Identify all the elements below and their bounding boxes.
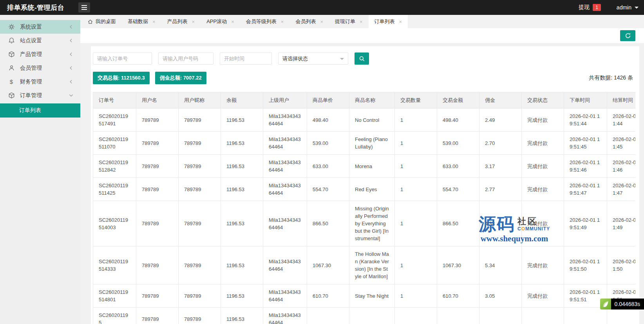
- table-cell: 2026-02-01 19:51:45: [564, 132, 607, 155]
- table-cell: 3.05: [479, 284, 522, 308]
- status-select[interactable]: 请选择状态: [278, 52, 348, 65]
- table-cell: [437, 308, 479, 324]
- sidebar-item-0[interactable]: 系统设置: [0, 20, 80, 34]
- chevron-left-icon: [68, 24, 74, 30]
- tab-0[interactable]: 我的桌面: [81, 15, 122, 28]
- table-cell: 789789: [136, 284, 179, 308]
- table-cell: 2026-02-01 19:51:49: [564, 201, 607, 246]
- tab-1[interactable]: 基础数据×: [122, 15, 161, 28]
- search-button[interactable]: [355, 52, 369, 65]
- trace-badge: 0.044683s: [600, 299, 644, 310]
- table-cell: 2026-02-01 19:51:47: [564, 178, 607, 201]
- table-cell: 1: [395, 132, 437, 155]
- tab-7[interactable]: 订单列表×: [369, 15, 408, 28]
- table-cell: 789789: [136, 308, 179, 324]
- column-header: 交易状态: [522, 92, 564, 109]
- hamburger-menu-icon[interactable]: [78, 2, 90, 13]
- sidebar-item-2[interactable]: 产品管理: [0, 47, 80, 61]
- table-cell: 2026-02-01 19:51:44: [607, 109, 636, 132]
- table-cell: [522, 308, 564, 324]
- tab-4[interactable]: 会员等级列表×: [240, 15, 290, 28]
- tab-3[interactable]: APP滚动×: [201, 15, 240, 28]
- top-bar: 排单系统-管理后台 提现 1 admin: [0, 0, 644, 15]
- column-header: 交易金额: [437, 92, 479, 109]
- tab-label: 提现订单: [335, 18, 355, 25]
- table-cell: 2026-02-01 19:51:50: [607, 246, 636, 284]
- chevron-left-icon: [68, 65, 74, 71]
- table-cell: Feeling (Piano Lullaby): [349, 132, 395, 155]
- thinkphp-leaf-icon[interactable]: [600, 299, 611, 310]
- leaf-icon: [602, 300, 610, 308]
- table-cell: 完成付款: [522, 155, 564, 178]
- column-header: 佣金: [479, 92, 522, 109]
- sidebar-item-3[interactable]: 会员管理: [0, 61, 80, 75]
- refresh-button[interactable]: [620, 30, 635, 41]
- table-row: SC260201195110707897897897891196.53Mila1…: [93, 132, 636, 155]
- sidebar-item-5[interactable]: 订单管理: [0, 89, 80, 102]
- main-area: 我的桌面基础数据×产品列表×APP滚动×会员等级列表×会员列表×提现订单×订单列…: [80, 15, 644, 324]
- table-row: SC260201195128427897897897891196.53Mila1…: [93, 155, 636, 178]
- column-header: 余额: [221, 92, 263, 109]
- table-row: SC260201195143337897897897891196.53Mila1…: [93, 246, 636, 284]
- table-cell: 2.70: [479, 132, 522, 155]
- bell-icon: [8, 37, 15, 44]
- column-header: 用户名: [136, 92, 179, 109]
- column-header: 上级用户: [263, 92, 307, 109]
- table-cell: Mila1343434364464: [263, 246, 307, 284]
- tab-label: APP滚动: [206, 18, 227, 25]
- tab-close-icon[interactable]: ×: [281, 19, 284, 24]
- column-header: 下单时间: [564, 92, 607, 109]
- table-cell: 2026-02-01 19:51:47: [607, 178, 636, 201]
- filter-row: 请选择状态: [93, 52, 635, 65]
- table-cell: 866.50: [437, 201, 479, 246]
- table-cell: 1196.53: [221, 246, 263, 284]
- tab-close-icon[interactable]: ×: [399, 19, 402, 24]
- table-cell: Mila1343434364464: [263, 109, 307, 132]
- status-select-value: 请选择状态: [282, 55, 308, 62]
- table-cell: SC26020119511425: [93, 178, 136, 201]
- column-header: 用户昵称: [179, 92, 221, 109]
- table-cell: 5.34: [479, 246, 522, 284]
- table-cell: 789789: [179, 201, 221, 246]
- user-no-input[interactable]: [158, 52, 213, 65]
- table-cell: 610.70: [307, 284, 349, 308]
- user-menu[interactable]: admin: [617, 4, 639, 11]
- tab-5[interactable]: 会员列表×: [289, 15, 329, 28]
- tab-2[interactable]: 产品列表×: [161, 15, 201, 28]
- tab-6[interactable]: 提现订单×: [329, 15, 369, 28]
- table-cell: 1: [395, 246, 437, 284]
- tab-close-icon[interactable]: ×: [152, 19, 156, 24]
- sidebar-subitem-order-list[interactable]: 订单列表: [0, 103, 80, 118]
- table-cell: 866.50: [307, 201, 349, 246]
- table-cell: 789789: [179, 284, 221, 308]
- table-row: SC260201195174917897897897891196.53Mila1…: [93, 109, 636, 132]
- table-cell: 完成付款: [522, 201, 564, 246]
- table-cell: 4.33: [479, 201, 522, 246]
- tab-close-icon[interactable]: ×: [360, 19, 363, 24]
- sidebar-item-1[interactable]: 站点设置: [0, 34, 80, 47]
- table-cell: 1196.53: [221, 132, 263, 155]
- tab-close-icon[interactable]: ×: [231, 19, 234, 24]
- table-cell: 789789: [179, 246, 221, 284]
- table-cell: 539.00: [437, 132, 479, 155]
- table-cell: 1196.53: [221, 155, 263, 178]
- column-header: 结算时间: [607, 92, 636, 109]
- chevron-down-icon: [68, 92, 74, 98]
- order-no-input[interactable]: [93, 52, 152, 65]
- user-icon: [8, 65, 15, 72]
- table-cell: 789789: [136, 201, 179, 246]
- table-cell: [607, 308, 636, 324]
- table-row: SC2602011957897897897891196.53Mila134343…: [93, 308, 636, 324]
- dollar-icon: $: [8, 78, 15, 85]
- withdraw-link[interactable]: 提现: [579, 4, 590, 11]
- table-cell: 789789: [179, 155, 221, 178]
- table-cell: The Hollow Man (Karaoke Version) [In the…: [349, 246, 395, 284]
- app-title: 排单系统-管理后台: [0, 3, 73, 12]
- tab-close-icon[interactable]: ×: [320, 19, 323, 24]
- sidebar-item-4[interactable]: $财务管理: [0, 75, 80, 89]
- table-cell: 554.70: [307, 178, 349, 201]
- start-time-input[interactable]: [220, 52, 272, 65]
- tab-close-icon[interactable]: ×: [192, 19, 195, 24]
- orders-table: 订单号用户名用户昵称余额上级用户商品单价商品名称交易数量交易金额佣金交易状态下单…: [93, 92, 635, 324]
- home-icon: [87, 19, 93, 25]
